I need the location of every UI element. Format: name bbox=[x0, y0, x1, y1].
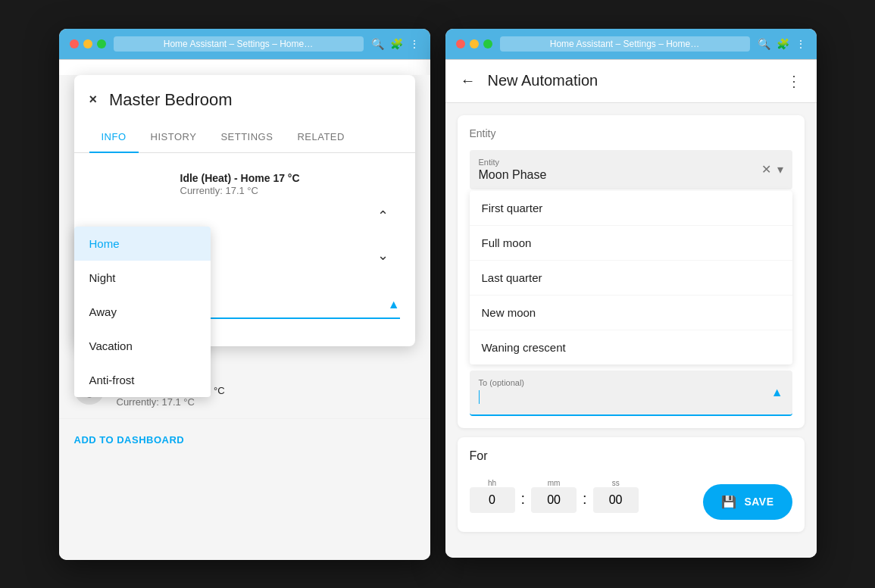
zoom-icon[interactable]: 🔍 bbox=[371, 38, 384, 50]
traffic-light-red[interactable] bbox=[70, 39, 79, 48]
chevron-down-button[interactable]: ⌄ bbox=[370, 242, 397, 269]
currently-text: Currently: 17.1 °C bbox=[180, 185, 300, 196]
preset-dropdown-menu: Home Night Away Vacation Anti-frost bbox=[74, 227, 211, 397]
entity-field[interactable]: Entity Moon Phase ✕ ▾ bbox=[470, 150, 792, 189]
second-field-container: ss 00 bbox=[593, 479, 639, 513]
minute-field-container: mm 00 bbox=[531, 479, 577, 513]
time-separator-2: : bbox=[583, 484, 587, 508]
entity-dropdown-button[interactable]: ▾ bbox=[777, 162, 783, 177]
status-text: Idle (Heat) - Home 17 °C bbox=[180, 172, 300, 184]
entity-field-inner: Entity Moon Phase bbox=[479, 158, 761, 182]
menu-icon[interactable]: ⋮ bbox=[409, 38, 420, 50]
left-browser-window: Home Assistant – Settings – Home… 🔍 🧩 ⋮ … bbox=[59, 29, 430, 560]
to-field-dropdown-button[interactable]: ▲ bbox=[771, 386, 783, 399]
tab-settings[interactable]: SETTINGS bbox=[208, 122, 285, 152]
device-status-row: Idle (Heat) - Home 17 °C Currently: 17.1… bbox=[180, 165, 400, 202]
dropdown-item-home[interactable]: Home bbox=[74, 227, 211, 261]
dropdown-item-anti-frost[interactable]: Anti-frost bbox=[74, 363, 211, 397]
dropdown-item-night[interactable]: Night bbox=[74, 261, 211, 295]
hour-label: hh bbox=[470, 479, 515, 487]
moon-new-moon[interactable]: New moon bbox=[470, 296, 792, 330]
moon-first-quarter[interactable]: First quarter bbox=[470, 191, 792, 226]
moon-full-moon[interactable]: Full moon bbox=[470, 226, 792, 261]
moon-waning-crescent[interactable]: Waning crescent bbox=[470, 330, 792, 364]
right-traffic-light-yellow[interactable] bbox=[470, 39, 479, 48]
right-browser-icons: 🔍 🧩 ⋮ bbox=[758, 38, 806, 50]
close-button[interactable]: × bbox=[89, 92, 98, 108]
moon-phase-dropdown: First quarter Full moon Last quarter New… bbox=[470, 191, 792, 364]
save-label: SAVE bbox=[744, 496, 773, 508]
automation-body: Entity Entity Moon Phase ✕ ▾ First quart… bbox=[445, 103, 817, 558]
second-value: 00 bbox=[609, 493, 623, 506]
hour-value: 0 bbox=[489, 493, 495, 506]
right-browser-window: Home Assistant – Settings – Home… 🔍 🧩 ⋮ … bbox=[445, 29, 817, 558]
bedroom-status-text: Idle (Heat) - Home 17 °C Currently: 17.1… bbox=[180, 171, 300, 196]
automation-more-button[interactable]: ⋮ bbox=[786, 72, 802, 90]
tab-related[interactable]: RELATED bbox=[285, 122, 357, 152]
chevron-up-row: ⌃ bbox=[89, 202, 400, 230]
to-field-label: To (optional) bbox=[479, 378, 771, 387]
time-separator-1: : bbox=[521, 484, 526, 508]
right-traffic-light-red[interactable] bbox=[456, 39, 465, 48]
for-section: For hh 0 : mm 00 bbox=[458, 437, 805, 532]
right-browser-chrome: Home Assistant – Settings – Home… 🔍 🧩 ⋮ bbox=[445, 29, 817, 60]
automation-header: ← New Automation ⋮ bbox=[445, 60, 817, 103]
tab-history[interactable]: HISTORY bbox=[139, 122, 209, 152]
right-puzzle-icon[interactable]: 🧩 bbox=[777, 38, 789, 50]
to-optional-field[interactable]: To (optional) ▲ bbox=[470, 371, 792, 416]
puzzle-icon[interactable]: 🧩 bbox=[390, 38, 403, 50]
hour-input[interactable]: 0 bbox=[470, 487, 515, 513]
for-row: hh 0 : mm 00 : bbox=[470, 472, 792, 520]
modal-header: × Master Bedroom bbox=[74, 75, 415, 110]
minute-input[interactable]: 00 bbox=[531, 487, 577, 513]
dropdown-item-away[interactable]: Away bbox=[74, 295, 211, 329]
entity-section-card: Entity Entity Moon Phase ✕ ▾ First quart… bbox=[458, 115, 805, 428]
right-traffic-light-green[interactable] bbox=[483, 39, 492, 48]
back-button[interactable]: ← bbox=[461, 72, 476, 89]
hour-field-container: hh 0 bbox=[470, 479, 515, 513]
minute-value: 00 bbox=[547, 493, 561, 506]
modal-title: Master Bedroom bbox=[109, 90, 233, 110]
time-inputs: hh 0 : mm 00 : bbox=[470, 479, 639, 513]
second-input[interactable]: 00 bbox=[593, 487, 639, 513]
entity-clear-button[interactable]: ✕ bbox=[761, 162, 771, 177]
device-currently-text: Currently: 17.1 °C bbox=[117, 396, 195, 408]
dropdown-item-vacation[interactable]: Vacation bbox=[74, 329, 211, 363]
traffic-lights-left bbox=[70, 39, 106, 48]
left-browser-chrome: Home Assistant – Settings – Home… 🔍 🧩 ⋮ bbox=[59, 29, 430, 60]
to-field-inner: To (optional) bbox=[479, 378, 771, 407]
add-to-dashboard-button[interactable]: ADD TO DASHBOARD bbox=[59, 419, 430, 461]
tab-info[interactable]: INFO bbox=[89, 122, 139, 153]
to-field-cursor bbox=[479, 390, 480, 404]
entity-field-actions: ✕ ▾ bbox=[761, 162, 783, 177]
automation-title: New Automation bbox=[488, 72, 786, 89]
minute-label: mm bbox=[531, 479, 577, 487]
right-url-bar[interactable]: Home Assistant – Settings – Home… bbox=[500, 36, 750, 52]
save-icon: 💾 bbox=[721, 495, 737, 509]
preset-chevron-icon: ▲ bbox=[388, 298, 400, 311]
second-label: ss bbox=[593, 479, 639, 487]
traffic-light-green[interactable] bbox=[97, 39, 106, 48]
traffic-lights-right bbox=[456, 39, 492, 48]
chevron-up-button[interactable]: ⌃ bbox=[370, 202, 397, 230]
status-bold: Idle (Heat) - Home 17 °C bbox=[180, 172, 300, 184]
entity-section-title: Entity bbox=[470, 127, 792, 139]
right-menu-icon[interactable]: ⋮ bbox=[795, 38, 806, 50]
entity-field-label: Entity bbox=[479, 158, 761, 167]
right-zoom-icon[interactable]: 🔍 bbox=[758, 38, 770, 50]
moon-last-quarter[interactable]: Last quarter bbox=[470, 261, 792, 296]
left-browser-icons: 🔍 🧩 ⋮ bbox=[371, 38, 420, 50]
modal-tabs: INFO HISTORY SETTINGS RELATED bbox=[74, 122, 415, 153]
left-content-area: × Master Bedroom INFO HISTORY SETTINGS R… bbox=[59, 75, 430, 560]
traffic-light-yellow[interactable] bbox=[83, 39, 92, 48]
for-title: For bbox=[470, 449, 792, 463]
entity-field-value: Moon Phase bbox=[479, 168, 761, 182]
left-url-bar[interactable]: Home Assistant – Settings – Home… bbox=[114, 36, 364, 52]
save-button[interactable]: 💾 SAVE bbox=[703, 484, 792, 520]
